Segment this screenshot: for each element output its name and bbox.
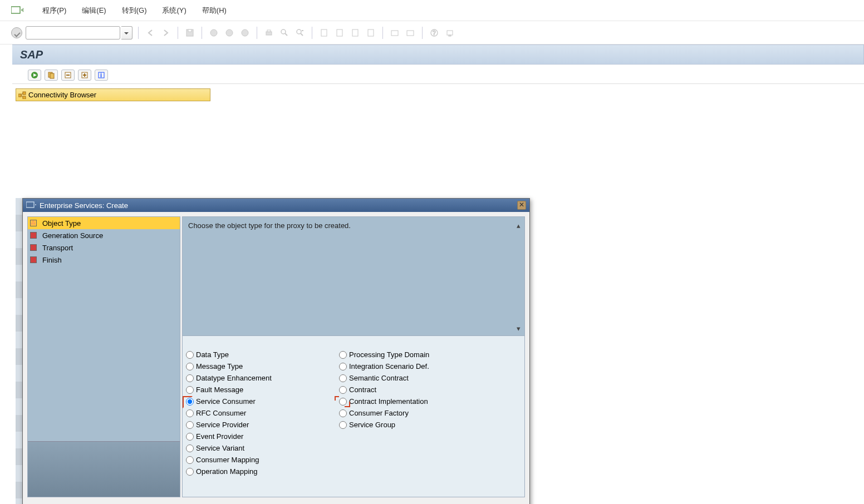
globe-cancel-icon (239, 27, 251, 39)
radio-event-provider[interactable]: Event Provider (186, 432, 339, 441)
wizard-step-finish[interactable]: Finish (28, 254, 180, 266)
help-icon: ? (428, 27, 440, 39)
collapse-icon[interactable] (61, 70, 75, 81)
info-icon[interactable]: i (95, 70, 108, 81)
svg-rect-15 (407, 31, 414, 36)
main-menubar: 程序(P) 编辑(E) 转到(G) 系统(Y) 帮助(H) (0, 0, 864, 21)
instruction-area: Choose the object type for the proxy to … (183, 217, 524, 336)
last-page-icon (365, 27, 377, 39)
create-dialog: Enterprise Services: Create ✕ Object Typ… (22, 198, 530, 504)
step-label: Object Type (42, 219, 81, 228)
step-status-icon (30, 232, 37, 239)
wizard-step-transport[interactable]: Transport (28, 241, 180, 254)
step-label: Generation Source (42, 231, 103, 240)
radio-service-group[interactable]: Service Group (339, 421, 495, 429)
menu-icon-command[interactable] (11, 6, 23, 15)
command-field[interactable] (26, 26, 120, 39)
radio-contract-implementation[interactable]: Contract Implementation (339, 397, 495, 406)
radio-service-consumer[interactable]: Service Consumer (186, 397, 339, 406)
svg-point-9 (297, 29, 301, 34)
wizard-footer-image (28, 441, 180, 497)
svg-point-4 (226, 29, 233, 36)
next-page-icon (349, 27, 361, 39)
wizard-step-object-type[interactable]: Object Type (28, 217, 180, 229)
svg-rect-11 (337, 29, 342, 36)
svg-rect-28 (23, 92, 26, 95)
local-layout-icon (444, 27, 456, 39)
svg-rect-12 (352, 29, 358, 36)
expand-icon[interactable] (78, 70, 91, 81)
connectivity-browser-label: Connectivity Browser (28, 91, 96, 99)
dialog-titlebar: Enterprise Services: Create ✕ (23, 199, 529, 212)
wizard-content-panel: Choose the object type for the proxy to … (182, 216, 525, 497)
radio-message-type[interactable]: Message Type (186, 362, 339, 370)
step-label: Transport (42, 244, 73, 252)
execute-icon[interactable] (28, 70, 41, 81)
svg-rect-0 (11, 7, 20, 13)
print-icon (263, 27, 275, 39)
radio-contract[interactable]: Contract (339, 386, 495, 394)
radio-service-variant[interactable]: Service Variant (186, 444, 339, 452)
command-toolbar: ? (0, 21, 864, 45)
wizard-steps-list: Object Type Generation Source Transport … (28, 217, 180, 266)
svg-rect-19 (449, 35, 451, 36)
radio-consumer-mapping[interactable]: Consumer Mapping (186, 456, 339, 464)
layout-icon (404, 27, 416, 39)
app-toolbar: i (12, 66, 864, 84)
menu-program[interactable]: 程序(P) (42, 6, 66, 16)
radio-semantic-contract[interactable]: Semantic Contract (339, 374, 495, 382)
dialog-button-row: 返回 继续 取消 完成 (23, 497, 529, 504)
save-icon (184, 27, 196, 39)
radio-operation-mapping[interactable]: Operation Mapping (186, 467, 339, 476)
command-history-dropdown[interactable] (121, 26, 132, 39)
svg-point-8 (281, 29, 286, 34)
object-type-radio-group: Data Type Processing Type Domain Message… (183, 336, 524, 479)
svg-point-5 (242, 29, 248, 36)
radio-integration-scenario-def[interactable]: Integration Scenario Def. (339, 362, 495, 370)
radio-consumer-factory[interactable]: Consumer Factory (339, 409, 495, 417)
radio-data-type[interactable]: Data Type (186, 350, 339, 359)
menu-edit[interactable]: 编辑(E) (82, 6, 106, 16)
dialog-title: Enterprise Services: Create (40, 201, 517, 210)
radio-fault-message[interactable]: Fault Message (186, 386, 339, 394)
scroll-up-icon[interactable]: ▴ (517, 221, 523, 228)
copy-icon[interactable] (45, 70, 58, 81)
svg-rect-13 (368, 29, 374, 36)
main-area: Connectivity Browser Enterprise Services… (0, 84, 864, 447)
menu-system[interactable]: 系统(Y) (162, 6, 186, 16)
app-title: SAP (20, 48, 43, 61)
dialog-close-button[interactable]: ✕ (517, 201, 526, 210)
radio-rfc-consumer[interactable]: RFC Consumer (186, 409, 339, 417)
svg-rect-22 (50, 73, 54, 78)
svg-text:?: ? (433, 30, 436, 36)
app-title-band: SAP (12, 45, 864, 65)
step-status-icon (30, 244, 37, 251)
menu-help[interactable]: 帮助(H) (202, 6, 227, 16)
tree-icon (18, 91, 26, 99)
radio-service-provider[interactable]: Service Provider (186, 421, 339, 429)
svg-rect-18 (447, 31, 453, 35)
first-page-icon (318, 27, 330, 39)
dialog-window-icon (26, 201, 36, 209)
svg-text:i: i (100, 72, 102, 78)
svg-rect-27 (18, 94, 21, 97)
wizard-step-generation-source[interactable]: Generation Source (28, 229, 180, 241)
connectivity-browser-header[interactable]: Connectivity Browser (16, 88, 210, 101)
svg-rect-2 (188, 29, 192, 32)
enter-icon[interactable] (11, 27, 22, 38)
svg-rect-29 (23, 96, 26, 99)
back-right-icon (160, 27, 172, 39)
scroll-down-icon[interactable]: ▾ (517, 324, 523, 331)
step-status-icon (30, 220, 37, 226)
svg-rect-30 (26, 202, 34, 207)
svg-rect-14 (391, 31, 398, 36)
radio-processing-type-domain[interactable]: Processing Type Domain (339, 350, 495, 359)
background-tree-peek (16, 198, 22, 504)
instruction-text: Choose the object type for the proxy to … (188, 221, 351, 230)
svg-rect-7 (267, 30, 271, 32)
radio-datatype-enhancement[interactable]: Datatype Enhancement (186, 374, 339, 382)
globe-back-icon (208, 27, 220, 39)
menu-goto[interactable]: 转到(G) (122, 6, 147, 16)
dialog-body: Object Type Generation Source Transport … (23, 212, 529, 497)
globe-up-icon (223, 27, 235, 39)
